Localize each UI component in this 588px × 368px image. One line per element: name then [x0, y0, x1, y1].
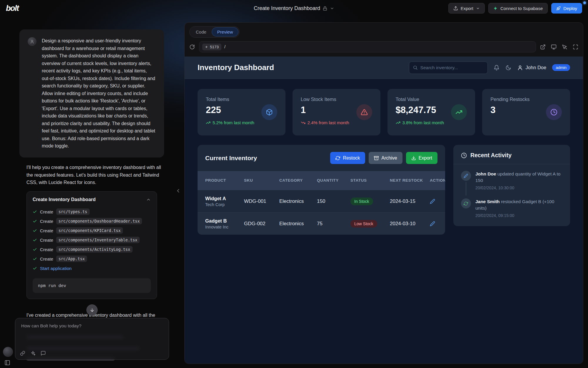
status-badge: Low Stock	[350, 220, 377, 228]
user-chip[interactable]: John Doe	[517, 65, 547, 71]
connect-supabase-button[interactable]: Connect to Supabase	[488, 3, 548, 14]
build-steps-title: Create Inventory Dashboard	[33, 197, 96, 202]
table-header: Product SKU Category Quantity Status Nex…	[198, 171, 445, 190]
search-icon	[413, 65, 418, 70]
terminal-command: npm run dev	[33, 278, 151, 293]
kpi-row: Total Items 225 5.2% from last month Low…	[185, 79, 583, 135]
build-steps-header: Create Inventory Dashboard	[27, 192, 157, 206]
bolt-workspace: bolt Create Inventory Dashboard Export C…	[0, 0, 588, 368]
table-row: Gadget B Innovate Inc GDG-002 Electronic…	[198, 212, 445, 235]
build-steps-list: Create src/types.ts Create src/component…	[27, 206, 157, 275]
preview-panel: Code Preview 5173 /	[184, 22, 583, 364]
preview-toolbar	[540, 44, 578, 50]
account-avatar[interactable]	[3, 347, 13, 357]
assistant-intro-text: I'll help you create a comprehensive inv…	[26, 164, 165, 186]
top-bar-actions: Export Connect to Supabase Deploy	[448, 3, 582, 14]
refresh-icon	[335, 156, 340, 160]
user-message: Design a responsive and user-friendly in…	[19, 29, 164, 158]
preview-url-bar: 5173 /	[185, 39, 583, 57]
fullscreen-icon[interactable]	[573, 44, 578, 50]
start-application-link[interactable]: Start application	[40, 266, 72, 271]
build-step: Create src/types.ts	[33, 207, 151, 216]
build-step: Create src/components/ActivityLog.tsx	[33, 245, 151, 254]
check-icon	[33, 266, 37, 271]
trending-up-icon	[206, 120, 211, 125]
check-icon	[33, 257, 37, 261]
chevron-down-icon[interactable]	[330, 6, 334, 11]
export-button[interactable]: Export	[448, 3, 485, 14]
chat-input-card[interactable]	[15, 318, 169, 360]
external-link-icon[interactable]	[540, 44, 546, 50]
chevron-up-icon[interactable]	[146, 197, 151, 202]
trending-up-icon	[451, 104, 467, 120]
chat-input[interactable]	[15, 318, 169, 344]
panel-left-icon[interactable]	[4, 360, 10, 366]
chevron-down-icon	[476, 6, 480, 10]
archive-button[interactable]: Archive	[369, 152, 402, 164]
tab-code[interactable]: Code	[191, 28, 212, 36]
refresh-icon	[461, 198, 471, 208]
supabase-bolt-icon	[493, 6, 498, 11]
kpi-trend: 5.2% from last month	[206, 120, 277, 125]
activity-card: Recent Activity John Doe updated quantit…	[453, 145, 570, 226]
check-icon	[33, 219, 37, 223]
clock-icon	[461, 152, 467, 158]
devices-icon[interactable]	[551, 44, 557, 50]
project-title: Create Inventory Dashboard	[254, 5, 320, 11]
user-icon	[517, 65, 523, 71]
status-badge: In Stock	[350, 198, 373, 205]
collapse-chat-handle[interactable]	[175, 188, 181, 194]
activity-timestamp: 20/02/2024, 10:30:00	[475, 185, 562, 190]
build-step: Create src/components/KPICard.tsx	[33, 226, 151, 235]
build-step: Create src/components/InventoryTable.tsx	[33, 235, 151, 245]
activity-title: Recent Activity	[470, 152, 512, 159]
search-input[interactable]	[420, 65, 484, 70]
port-pill: 5173	[202, 44, 221, 50]
alert-triangle-icon	[356, 104, 372, 120]
export-data-button[interactable]: Export	[406, 152, 437, 164]
file-chip: src/components/KPICard.tsx	[56, 227, 123, 234]
file-chip: src/components/ActivityLog.tsx	[56, 246, 133, 253]
kpi-card-low-stock: Low Stock Items 1 2.4% from last month	[293, 89, 380, 135]
bolt-logo: bolt	[6, 4, 19, 13]
bell-icon[interactable]	[494, 65, 500, 71]
file-chip: src/components/DashboardHeader.tsx	[56, 218, 142, 224]
url-input[interactable]: 5173 /	[199, 41, 536, 52]
build-step: Create src/components/DashboardHeader.ts…	[33, 216, 151, 226]
start-application-step: Start application	[33, 263, 151, 273]
file-chip: src/types.ts	[56, 208, 90, 215]
activity-timestamp: 20/02/2024, 09:15:00	[475, 213, 562, 218]
editor-tabs: Code Preview	[185, 23, 583, 39]
activity-item: John Doe updated quantity of Widget A to…	[461, 171, 562, 190]
deploy-button[interactable]: Deploy	[551, 3, 582, 14]
project-title-group[interactable]: Create Inventory Dashboard	[254, 5, 334, 11]
inventory-app: Inventory Dashboard John Doe admin	[185, 57, 583, 364]
bulk-actions: Restock Archive Export	[330, 152, 437, 164]
message-icon[interactable]	[41, 351, 46, 356]
reload-icon[interactable]	[189, 44, 195, 50]
arrow-down-icon	[90, 308, 95, 313]
tab-preview[interactable]: Preview	[212, 27, 238, 37]
package-icon	[261, 104, 277, 120]
scroll-to-bottom-button[interactable]	[86, 304, 98, 316]
check-icon	[33, 228, 37, 233]
moon-icon[interactable]	[505, 65, 511, 71]
trending-down-icon	[301, 120, 305, 125]
app-header: Inventory Dashboard John Doe admin	[185, 57, 583, 79]
upload-icon	[453, 6, 458, 11]
check-icon	[33, 247, 37, 252]
file-chip: src/App.tsx	[56, 256, 87, 262]
check-icon	[33, 238, 37, 242]
edit-icon[interactable]	[430, 199, 437, 204]
search-box	[409, 62, 488, 74]
build-step: Create src/App.tsx	[33, 254, 151, 263]
inspect-off-icon[interactable]	[562, 44, 567, 50]
user-avatar	[28, 37, 36, 46]
top-bar: bolt Create Inventory Dashboard Export C…	[0, 0, 588, 16]
sparkles-icon[interactable]	[30, 351, 36, 356]
link-icon[interactable]	[20, 351, 25, 356]
edit-icon[interactable]	[430, 221, 437, 226]
restock-button[interactable]: Restock	[330, 152, 365, 164]
lock-icon	[323, 6, 327, 11]
app-header-actions: John Doe admin	[409, 62, 570, 74]
